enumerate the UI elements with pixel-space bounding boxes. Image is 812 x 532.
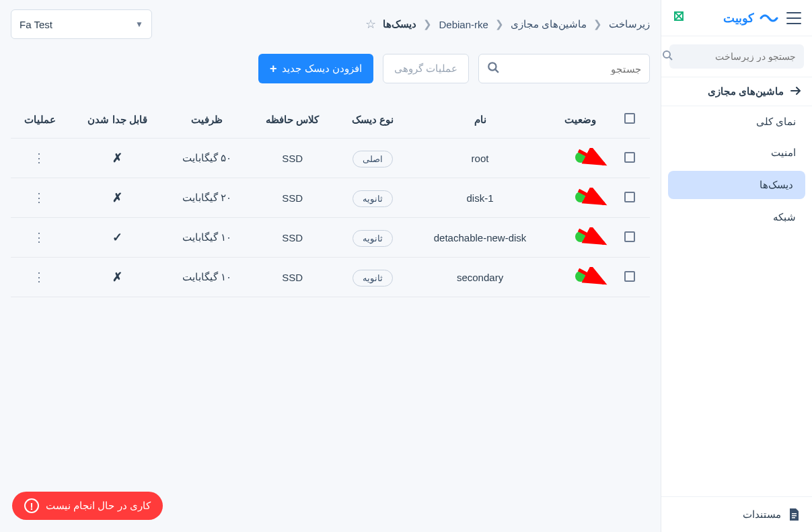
menu-icon[interactable] (786, 12, 801, 24)
status-indicator (575, 192, 586, 202)
project-selector[interactable]: ▼ Fa Test (11, 9, 152, 39)
brand-name: کوبیت (723, 11, 754, 26)
secondary-logo-icon (672, 9, 686, 26)
cell-storage-class: SSD (248, 139, 336, 178)
detachable-indicator: ✗ (112, 270, 122, 284)
sidebar-item-network[interactable]: شبکه (661, 202, 812, 233)
svg-rect-2 (792, 513, 797, 515)
svg-line-6 (495, 69, 499, 73)
table-row: secondary ثانویه SSD ۱۰ گیگابایت ✗ ⋮ (11, 258, 650, 297)
brand[interactable]: کوبیت (723, 10, 778, 26)
selector-label: Fa Test (20, 19, 52, 30)
status-indicator (575, 231, 586, 242)
sidebar-search[interactable] (669, 44, 804, 69)
cell-name: disk-1 (409, 178, 551, 218)
col-status: وضعیت (551, 101, 610, 139)
plus-icon: + (270, 62, 277, 76)
cell-storage-class: SSD (248, 218, 336, 258)
status-indicator (575, 152, 586, 163)
svg-line-1 (669, 57, 672, 60)
crumb-infrastructure[interactable]: زیرساخت (609, 18, 650, 30)
chevron-left-icon: ❮ (495, 18, 504, 30)
cell-storage-class: SSD (248, 178, 336, 218)
sidebar-item-label: دیسک‌ها (760, 179, 793, 190)
sidebar-search-input[interactable] (678, 51, 796, 62)
button-label: افزودن دیسک جدید (282, 63, 361, 75)
table-row: disk-1 ثانویه SSD ۲۰ گیگابایت ✗ ⋮ (11, 178, 650, 218)
sidebar-item-label: امنیت (771, 147, 796, 158)
wave-icon (760, 10, 778, 26)
sidebar-item-security[interactable]: امنیت (661, 137, 812, 168)
table-row: root اصلی SSD ۵۰ گیگابایت ✗ ⋮ (11, 139, 650, 178)
disk-type-pill: ثانویه (353, 230, 393, 247)
status-indicator (575, 271, 586, 282)
cell-name: root (409, 139, 551, 178)
no-job-pill[interactable]: کاری در حال انجام نیست ! (12, 492, 163, 520)
col-name: نام (409, 101, 551, 139)
sidebar-item-overview[interactable]: نمای کلی (661, 106, 812, 137)
svg-point-0 (663, 51, 670, 58)
search-icon (487, 61, 499, 76)
col-disk-type: نوع دیسک (336, 101, 409, 139)
cell-name: detachable-new-disk (409, 218, 551, 258)
chevron-left-icon: ❮ (593, 18, 602, 30)
row-checkbox[interactable] (624, 231, 635, 242)
svg-point-5 (488, 63, 496, 70)
toolbar: عملیات گروهی افزودن دیسک جدید + (11, 54, 650, 83)
table-search[interactable] (478, 54, 650, 83)
cell-capacity: ۲۰ گیگابایت (165, 178, 248, 218)
cell-storage-class: SSD (248, 258, 336, 297)
sidebar-section-title: ماشین‌های مجازی (708, 85, 784, 98)
disk-type-pill: ثانویه (353, 190, 393, 207)
crumb-instance[interactable]: Debian-rke (439, 19, 488, 30)
sidebar-header: کوبیت (661, 0, 812, 36)
detachable-indicator: ✓ (112, 231, 122, 244)
disk-type-pill: اصلی (353, 151, 393, 167)
row-checkbox[interactable] (624, 192, 635, 202)
crumb-vms[interactable]: ماشین‌های مجازی (511, 18, 587, 30)
sidebar-item-disks[interactable]: دیسک‌ها (668, 171, 805, 199)
sidebar-item-label: نمای کلی (756, 116, 796, 127)
caret-down-icon: ▼ (135, 20, 143, 29)
col-storage-class: کلاس حافظه (248, 101, 336, 139)
group-operations-button[interactable]: عملیات گروهی (383, 54, 469, 83)
add-disk-button[interactable]: افزودن دیسک جدید + (258, 54, 373, 83)
star-icon[interactable]: ☆ (365, 17, 376, 32)
svg-rect-4 (792, 517, 795, 519)
sidebar-section-header[interactable]: ماشین‌های مجازی (661, 77, 812, 106)
sidebar-item-label: شبکه (773, 211, 796, 223)
sidebar: کوبیت ماشین‌های مجازی نمای کلی امنیت (661, 0, 812, 532)
detachable-indicator: ✗ (112, 191, 122, 204)
table-row: detachable-new-disk ثانویه SSD ۱۰ گیگابا… (11, 218, 650, 258)
breadcrumb: زیرساخت ❮ ماشین‌های مجازی ❮ Debian-rke ❮… (163, 17, 650, 32)
row-actions-menu[interactable]: ⋮ (33, 151, 46, 165)
select-all-checkbox[interactable] (624, 113, 635, 124)
sidebar-nav: نمای کلی امنیت دیسک‌ها شبکه (661, 106, 812, 496)
alert-icon: ! (24, 498, 39, 513)
detachable-indicator: ✗ (112, 151, 122, 165)
disks-table: وضعیت نام نوع دیسک کلاس حافظه ظرفیت قابل… (11, 101, 650, 297)
svg-rect-3 (792, 515, 797, 517)
col-capacity: ظرفیت (165, 101, 248, 139)
cell-capacity: ۱۰ گیگابایت (165, 258, 248, 297)
row-checkbox[interactable] (624, 152, 635, 163)
docs-label: مستندات (743, 508, 781, 521)
col-detachable: قابل جدا شدن (69, 101, 166, 139)
row-actions-menu[interactable]: ⋮ (33, 231, 46, 244)
row-actions-menu[interactable]: ⋮ (33, 270, 46, 284)
row-actions-menu[interactable]: ⋮ (33, 191, 46, 204)
search-icon (662, 50, 673, 63)
sidebar-footer-docs[interactable]: مستندات (661, 496, 812, 532)
button-label: عملیات گروهی (394, 63, 457, 75)
table-search-input[interactable] (499, 63, 641, 75)
chevron-left-icon: ❮ (423, 18, 432, 30)
topbar: زیرساخت ❮ ماشین‌های مجازی ❮ Debian-rke ❮… (11, 9, 650, 39)
row-checkbox[interactable] (624, 271, 635, 282)
cell-capacity: ۱۰ گیگابایت (165, 218, 248, 258)
cell-name: secondary (409, 258, 551, 297)
arrow-right-icon (790, 86, 801, 98)
document-icon (788, 508, 800, 521)
disk-type-pill: ثانویه (353, 270, 393, 287)
crumb-current: دیسک‌ها (383, 18, 416, 30)
main-content: زیرساخت ❮ ماشین‌های مجازی ❮ Debian-rke ❮… (0, 0, 661, 532)
